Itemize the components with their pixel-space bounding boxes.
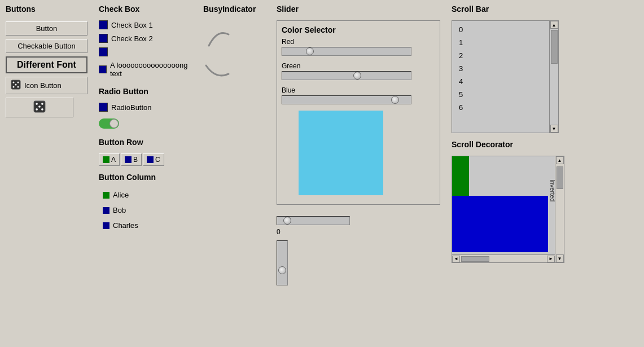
scroll-item-5[interactable]: 5 [454,88,547,101]
scroll-thumb[interactable] [551,30,558,64]
row-btn-c[interactable]: C [143,153,164,166]
col-btn-charles[interactable]: Charles [99,219,192,232]
checkbox-item-2[interactable]: Check Box 2 [99,34,192,43]
red-slider-row: Red [282,38,435,58]
toggle-switch[interactable] [99,118,119,129]
dice-icon [11,80,21,91]
green-slider-row: Green [282,62,435,82]
scroll-item-6[interactable]: 6 [454,101,547,114]
checkbox-label-long: A looooooooooooooong text [110,61,192,78]
blue-square-charles [103,222,109,229]
red-label: Red [282,38,435,46]
checkbox-item-1[interactable]: Check Box 1 [99,20,192,29]
blue-square-c [147,156,154,163]
hscroll-left[interactable]: ◄ [452,256,460,262]
checkbox-title: Check Box [99,5,192,14]
scrollbar-vtrack: ▲ ▼ [549,21,558,133]
checkbox-box-3[interactable] [99,47,108,56]
decorator-scroll-thumb[interactable] [557,166,563,189]
scroll-item-1[interactable]: 1 [454,36,547,49]
buttons-title: Buttons [6,5,87,14]
color-preview [299,111,383,195]
busy-title: BusyIndicator [203,5,265,14]
col-btn-charles-label: Charles [113,221,138,230]
col-btn-bob[interactable]: Bob [99,204,192,217]
scrollbar-section: Scroll Bar 0 1 2 3 4 5 6 ▲ ▼ Scroll Deco… [446,0,564,347]
slider-bottom: 0 [277,216,440,287]
busy-arc-bottom [203,57,234,82]
checkbox-label-2: Check Box 2 [111,34,153,43]
bar-green [452,156,469,196]
scroll-decorator-widget: ▲ ▼ inverted ◄ ► [452,156,564,263]
scroll-down-arrow[interactable]: ▼ [550,125,558,133]
radio-title: Radio Button [99,87,192,96]
svg-point-3 [17,82,19,84]
blue-slider-row: Blue [282,86,435,106]
scroll-up-arrow[interactable]: ▲ [550,21,558,29]
scroll-list: 0 1 2 3 4 5 6 [452,21,549,133]
hscroll-thumb[interactable] [461,256,489,262]
scroll-item-3[interactable]: 3 [454,62,547,75]
checkbox-box-1[interactable] [99,20,108,29]
decorator-content [452,156,555,262]
icon-only-button[interactable] [6,98,73,117]
radio-box-1[interactable] [99,103,108,112]
bar-blue [452,196,548,252]
row-btn-a-label: A [111,156,116,164]
scroll-item-2[interactable]: 2 [454,49,547,62]
buttons-section: Buttons Button Checkable Button Differen… [0,0,93,347]
dice-icon-large [33,100,46,115]
red-slider[interactable] [282,47,411,56]
decorator-scrollbar: ▲ ▼ [555,156,564,262]
blue-square-b [125,156,132,163]
svg-point-7 [36,103,38,105]
svg-point-9 [41,103,43,105]
svg-point-10 [36,108,38,111]
scroll-item-0[interactable]: 0 [454,23,547,36]
green-slider[interactable] [282,71,411,80]
svg-point-11 [41,108,43,111]
svg-point-5 [17,86,19,88]
button-normal[interactable]: Button [6,21,87,36]
busy-arc-top [203,26,234,51]
row-btn-c-label: C [155,156,160,164]
bottom-slider[interactable] [277,216,350,225]
decorator-scroll-down[interactable]: ▼ [556,254,564,262]
button-row-group: A B C [99,153,192,166]
row-btn-a[interactable]: A [99,153,120,166]
green-square-alice [103,192,109,199]
checkbox-box-2[interactable] [99,34,108,43]
col-btn-bob-label: Bob [113,206,126,214]
icon-button[interactable]: Icon Button [6,77,87,94]
checkbox-item-3[interactable] [99,47,192,56]
blue-square-bob [103,207,109,214]
scroll-item-4[interactable]: 4 [454,75,547,88]
svg-point-1 [13,82,15,84]
blue-slider[interactable] [282,95,411,104]
radio-item-1[interactable]: RadioButton [99,103,192,112]
checkbox-box-long[interactable] [99,65,107,73]
green-label: Green [282,62,435,70]
green-square-a [103,156,109,163]
col-btn-alice[interactable]: Alice [99,188,192,201]
svg-point-8 [38,106,41,108]
checkbox-item-long[interactable]: A looooooooooooooong text [99,61,192,78]
checkbox-section: Check Box Check Box 1 Check Box 2 A looo… [93,0,198,347]
slider-title: Slider [277,5,440,14]
bottom-slider-2[interactable] [277,240,288,285]
checkable-button[interactable]: Checkable Button [6,39,87,53]
hscroll-right[interactable]: ► [547,256,555,262]
toggle-knob [109,119,119,128]
svg-point-4 [13,86,15,88]
different-font-button[interactable]: Different Font [6,56,87,73]
button-row-title: Button Row [99,138,192,147]
busy-section: BusyIndicator [198,0,271,347]
color-selector-box: Color Selector Red Green Blue [277,20,440,205]
decorator-scroll-up[interactable]: ▲ [556,156,564,164]
scroll-decorator-title: Scroll Decorator [452,140,559,149]
col-btn-alice-label: Alice [113,191,129,199]
bottom-slider-value: 0 [277,228,440,236]
blue-label: Blue [282,86,435,94]
decorator-inverted-label: inverted [549,179,556,201]
row-btn-b[interactable]: B [121,153,142,166]
